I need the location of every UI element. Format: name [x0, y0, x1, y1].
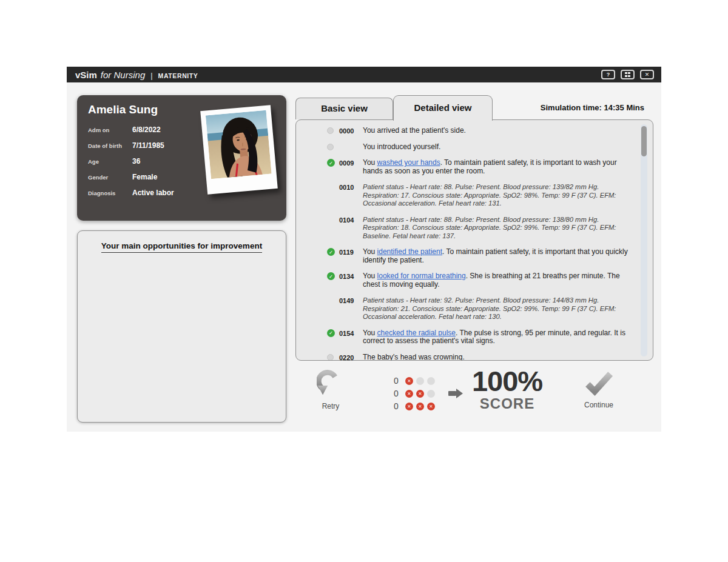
log-entry: 0220The baby's head was crowning. [327, 353, 629, 361]
gray-dot-icon [327, 144, 334, 150]
patient-field-value: 6/8/2022 [132, 125, 161, 134]
log-timestamp [339, 143, 363, 152]
penalty-grid-row: 0 [392, 400, 438, 412]
patient-field-row: Age36 [88, 157, 174, 165]
module-name: MATERNITY [158, 72, 198, 79]
window-controls: ? ✕ [601, 70, 654, 79]
log-timestamp: 0000 [339, 127, 363, 135]
log-action-link[interactable]: checked the radial pulse [377, 329, 456, 337]
patient-field-label: Age [88, 158, 132, 165]
icon-spacer [327, 216, 335, 241]
gray-dot-icon [327, 127, 334, 134]
log-scrollbar-track[interactable] [641, 124, 647, 356]
patient-card: Amelia Sung Adm on6/8/2022Date of birth7… [77, 95, 286, 221]
penalty-grid-row: 0 [392, 375, 438, 387]
main-content: Amelia Sung Adm on6/8/2022Date of birth7… [67, 82, 661, 432]
log-entry: You introduced yourself. [327, 143, 629, 152]
retry-icon [317, 370, 345, 398]
error-x-icon [416, 390, 424, 398]
log-action-link[interactable]: looked for normal breathing [377, 272, 466, 280]
log-entry-text: Patient status - Heart rate: 88. Pulse: … [363, 183, 629, 208]
check-circle-icon [327, 159, 335, 167]
patient-photo [200, 105, 278, 195]
log-entry-text: You checked the radial pulse. The pulse … [363, 329, 629, 346]
event-log-panel: 0000You arrived at the patient's side.Yo… [295, 119, 653, 361]
retry-label: Retry [314, 402, 348, 410]
error-x-icon [416, 403, 424, 410]
log-entry-text: The baby's head was crowning. [363, 353, 629, 361]
log-timestamp: 0119 [339, 248, 363, 264]
log-timestamp: 0009 [339, 159, 363, 175]
log-action-link[interactable]: washed your hands [377, 158, 440, 167]
app-brand: vSim for Nursing | MATERNITY [75, 70, 198, 80]
check-circle-icon [327, 329, 335, 337]
log-entry: 0000You arrived at the patient's side. [327, 127, 629, 135]
log-scrollbar-thumb[interactable] [641, 126, 647, 156]
penalty-grid: 000 [392, 375, 438, 413]
penalty-grid-row: 0 [392, 387, 438, 400]
patient-field-label: Gender [88, 174, 132, 181]
continue-checkmark-icon [582, 370, 615, 396]
empty-dot-icon [416, 377, 424, 385]
tab-detailed-view[interactable]: Detailed view [393, 95, 493, 121]
score-value: 100% [458, 367, 556, 395]
patient-field-row: Adm on6/8/2022 [88, 125, 174, 133]
log-entry-text: Patient status - Heart rate: 92. Pulse: … [363, 296, 629, 321]
log-timestamp: 0134 [339, 272, 363, 289]
retry-button[interactable]: Retry [314, 370, 348, 410]
patient-field-label: Diagnosis [88, 190, 132, 196]
log-entry-text: You introduced yourself. [363, 143, 629, 152]
empty-dot-icon [427, 377, 435, 385]
icon-spacer [327, 183, 335, 208]
error-x-icon [427, 403, 435, 410]
log-entry-text: Patient status - Heart rate: 88. Pulse: … [363, 216, 629, 241]
log-entry: 0010Patient status - Heart rate: 88. Pul… [327, 183, 629, 208]
log-entry: 0149Patient status - Heart rate: 92. Pul… [327, 296, 629, 321]
patient-field-value: Active labor [132, 189, 174, 197]
tab-basic-view[interactable]: Basic view [295, 98, 393, 119]
tile-windows-button[interactable] [621, 70, 635, 79]
score-display: 100% SCORE [458, 367, 556, 411]
patient-field-value: Female [132, 173, 157, 181]
gray-dot-icon [327, 354, 334, 361]
brand-suffix: for Nursing [101, 70, 145, 80]
log-entry: 0134You looked for normal breathing. She… [327, 272, 629, 289]
penalty-count: 0 [392, 389, 400, 398]
log-entry-text: You washed your hands. To maintain patie… [363, 159, 629, 175]
penalty-count: 0 [392, 401, 400, 411]
continue-label: Continue [579, 401, 618, 409]
help-icon: ? [607, 72, 610, 78]
help-button[interactable]: ? [601, 70, 615, 79]
empty-dot-icon [427, 390, 435, 398]
score-label: SCORE [458, 396, 556, 411]
check-circle-icon [327, 272, 335, 280]
improvement-panel-title: Your main opportunities for improvement [101, 241, 262, 253]
error-x-icon [405, 403, 413, 410]
log-timestamp: 0154 [339, 329, 363, 346]
patient-field-label: Adm on [88, 127, 132, 133]
patient-field-row: DiagnosisActive labor [88, 189, 174, 196]
penalty-count: 0 [392, 376, 400, 386]
brand-separator: | [150, 71, 152, 80]
patient-fields: Adm on6/8/2022Date of birth7/11/1985Age3… [88, 125, 174, 204]
close-button[interactable]: ✕ [640, 70, 654, 79]
log-action-link[interactable]: identified the patient [377, 247, 442, 256]
patient-field-value: 7/11/1985 [132, 141, 164, 150]
continue-button[interactable]: Continue [579, 370, 618, 409]
title-bar: vSim for Nursing | MATERNITY ? ✕ [67, 67, 661, 82]
patient-name: Amelia Sung [88, 103, 158, 116]
log-entry-text: You arrived at the patient's side. [363, 127, 629, 135]
patient-field-row: Date of birth7/11/1985 [88, 141, 174, 149]
patient-field-label: Date of birth [88, 142, 132, 149]
close-icon: ✕ [645, 72, 650, 78]
brand-vsim: vSim [75, 70, 97, 80]
patient-portrait-image [206, 110, 272, 179]
check-circle-icon [327, 248, 335, 256]
log-timestamp: 0220 [339, 353, 363, 361]
log-entry: 0119You identified the patient. To maint… [327, 248, 629, 264]
log-timestamp: 0149 [339, 296, 363, 321]
error-x-icon [405, 390, 413, 398]
vsim-window: vSim for Nursing | MATERNITY ? ✕ Amelia … [67, 67, 661, 432]
log-timestamp: 0010 [339, 183, 363, 208]
patient-field-row: GenderFemale [88, 173, 174, 181]
